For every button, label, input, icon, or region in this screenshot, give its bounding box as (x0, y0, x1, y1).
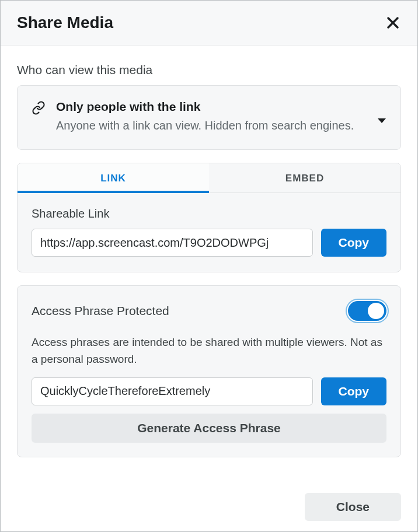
dialog-header: Share Media (1, 1, 417, 46)
access-phrase-title: Access Phrase Protected (32, 304, 169, 318)
visibility-option-desc: Anyone with a link can view. Hidden from… (56, 117, 367, 134)
shareable-link-label: Shareable Link (32, 207, 386, 220)
close-button[interactable]: Close (305, 493, 401, 521)
link-tab-content: Shareable Link Copy (18, 193, 400, 272)
visibility-text: Only people with the link Anyone with a … (56, 100, 367, 134)
dialog-body: Who can view this media Only people with… (1, 46, 417, 493)
visibility-selector[interactable]: Only people with the link Anyone with a … (17, 85, 401, 150)
share-tabs-card: LINK EMBED Shareable Link Copy (17, 163, 401, 272)
dialog-footer: Close (1, 493, 417, 531)
visibility-option-title: Only people with the link (56, 100, 367, 114)
access-phrase-header: Access Phrase Protected (32, 301, 386, 321)
link-icon (32, 101, 46, 117)
tab-link[interactable]: LINK (18, 163, 209, 193)
visibility-label: Who can view this media (17, 63, 401, 77)
access-phrase-input[interactable] (32, 377, 313, 405)
tab-embed[interactable]: EMBED (209, 163, 400, 193)
close-icon[interactable] (385, 15, 401, 31)
shareable-link-row: Copy (32, 229, 386, 257)
access-phrase-toggle[interactable] (348, 301, 386, 321)
tab-row: LINK EMBED (18, 163, 400, 193)
access-phrase-row: Copy (32, 377, 386, 405)
share-media-dialog: Share Media Who can view this media Only… (0, 0, 418, 532)
toggle-knob (368, 303, 384, 319)
visibility-section: Who can view this media Only people with… (17, 63, 401, 150)
copy-phrase-button[interactable]: Copy (321, 377, 387, 405)
chevron-down-icon (377, 116, 386, 127)
generate-phrase-button[interactable]: Generate Access Phrase (32, 414, 386, 443)
access-phrase-desc: Access phrases are intended to be shared… (32, 334, 386, 368)
shareable-link-input[interactable] (32, 229, 313, 257)
access-phrase-card: Access Phrase Protected Access phrases a… (17, 285, 401, 457)
dialog-title: Share Media (17, 13, 113, 32)
copy-link-button[interactable]: Copy (321, 229, 387, 257)
